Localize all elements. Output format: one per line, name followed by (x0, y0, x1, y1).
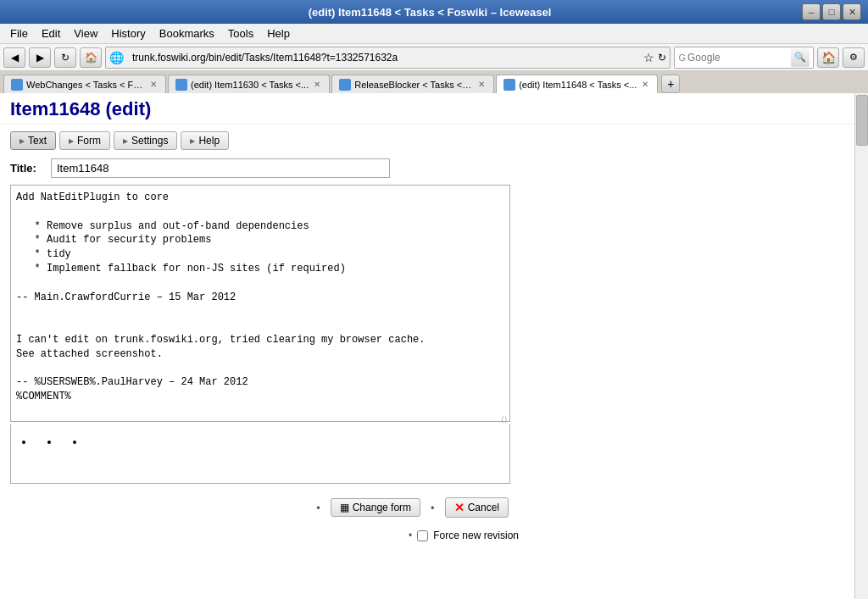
inner-list-item-1 (60, 431, 503, 453)
text-tab-arrow: ▶ (19, 137, 25, 145)
tab-label-0: WebChanges < Tasks < Fos... (26, 80, 145, 90)
search-provider-icon: G (678, 53, 686, 63)
list-items (35, 431, 503, 453)
settings-tab-arrow: ▶ (123, 137, 128, 145)
tab-icon-3 (504, 79, 515, 91)
tab-icon-2 (339, 79, 351, 91)
menu-bookmarks[interactable]: Bookmarks (153, 25, 221, 42)
scrollbar-thumb[interactable] (856, 95, 868, 146)
reload-icon[interactable]: ↻ (658, 52, 666, 64)
page-header: Item11648 (edit) (0, 93, 868, 125)
help-tab-arrow: ▶ (190, 137, 195, 145)
globe-icon: 🌐 (109, 51, 124, 64)
menu-history[interactable]: History (104, 25, 152, 42)
tool-tabs: ▶ Text ▶ Form ▶ Settings ▶ Help (10, 131, 858, 150)
tab-3[interactable]: (edit) Item11648 < Tasks <... ✕ (496, 75, 658, 93)
form-tab-arrow: ▶ (69, 137, 74, 145)
search-button[interactable]: 🔍 (791, 48, 810, 67)
tab-form[interactable]: ▶ Form (59, 131, 110, 150)
home-icon-button[interactable]: 🏠 (817, 47, 839, 68)
tab-text[interactable]: ▶ Text (10, 131, 56, 150)
reload-button[interactable]: ↻ (54, 47, 76, 68)
tab-label-3: (edit) Item11648 < Tasks <... (519, 80, 637, 90)
bottom-bar: • ▦ Change form • ✕ Cancel (10, 491, 519, 524)
extensions-button[interactable]: ⚙ (843, 47, 865, 68)
page-scrollbar[interactable] (854, 93, 868, 599)
change-form-button[interactable]: ▦ Change form (331, 498, 420, 517)
forward-button[interactable]: ▶ (29, 47, 51, 68)
address-bar: ◀ ▶ ↻ 🏠 🌐 ☆ ↻ G 🔍 🏠 ⚙ (0, 44, 868, 71)
tab-close-1[interactable]: ✕ (312, 80, 322, 89)
wiki-text-editor[interactable]: Add NatEditPlugin to core * Remove surpl… (10, 185, 510, 422)
title-input[interactable] (51, 158, 390, 178)
force-revision-label: Force new revision (433, 530, 519, 541)
menu-file[interactable]: File (3, 25, 35, 42)
bullet-force: • (409, 530, 412, 541)
close-button[interactable]: ✕ (843, 3, 861, 20)
menu-bar: File Edit View History Bookmarks Tools H… (0, 24, 868, 44)
inner-inner-list-item (86, 431, 503, 453)
tabs-bar: WebChanges < Tasks < Fos... ✕ (edit) Ite… (0, 71, 868, 93)
page-title: Item11648 (edit) (10, 98, 151, 119)
cancel-icon: ✕ (454, 501, 465, 514)
force-revision-checkbox[interactable] (417, 530, 428, 541)
menu-edit[interactable]: Edit (35, 25, 67, 42)
tab-close-2[interactable]: ✕ (476, 80, 487, 89)
new-tab-button[interactable]: + (661, 75, 680, 93)
force-revision-row: • Force new revision (10, 530, 519, 541)
home-button[interactable]: 🏠 (80, 47, 102, 68)
title-field-row: Title: (10, 158, 858, 178)
editor-list-area: ⤡ (10, 424, 510, 484)
tab-label-2: ReleaseBlocker < Tasks < F... (354, 80, 473, 90)
list-item-1 (35, 431, 503, 453)
tab-label-1: (edit) Item11630 < Tasks <... (191, 80, 309, 90)
change-form-icon: ▦ (340, 502, 349, 513)
page-main: ▶ Text ▶ Form ▶ Settings ▶ Help Title: A… (0, 125, 868, 548)
title-bar: (edit) Item11648 < Tasks < Foswiki – Ice… (0, 0, 868, 24)
inner-inner-list (86, 431, 503, 453)
tab-icon-1 (175, 79, 187, 91)
menu-help[interactable]: Help (260, 25, 297, 42)
bullet-change: • (316, 502, 320, 514)
tab-1[interactable]: (edit) Item11630 < Tasks <... ✕ (168, 75, 330, 93)
help-tab-label: Help (198, 135, 220, 147)
minimize-button[interactable]: – (802, 3, 821, 20)
menu-tools[interactable]: Tools (221, 25, 260, 42)
menu-view[interactable]: View (67, 25, 104, 42)
editor-wrapper: Add NatEditPlugin to core * Remove surpl… (10, 185, 510, 424)
tab-close-3[interactable]: ✕ (640, 80, 650, 89)
maximize-button[interactable]: □ (822, 3, 841, 20)
tab-settings[interactable]: ▶ Settings (114, 131, 177, 150)
star-icon[interactable]: ☆ (643, 51, 654, 64)
page-content: Item11648 (edit) ▶ Text ▶ Form ▶ Setting… (0, 93, 868, 599)
editor-resize-corner[interactable]: ⤡ (493, 503, 504, 513)
change-form-label: Change form (353, 502, 411, 513)
url-input[interactable] (127, 48, 640, 67)
back-button[interactable]: ◀ (3, 47, 25, 68)
title-label: Title: (10, 162, 44, 175)
settings-tab-label: Settings (131, 135, 168, 147)
tab-close-0[interactable]: ✕ (148, 80, 159, 89)
search-input[interactable] (687, 52, 789, 64)
tab-2[interactable]: ReleaseBlocker < Tasks < F... ✕ (331, 75, 494, 93)
inner-list (60, 431, 503, 453)
form-tab-label: Form (77, 135, 101, 147)
text-tab-label: Text (28, 135, 47, 147)
window-title: (edit) Item11648 < Tasks < Foswiki – Ice… (58, 6, 802, 19)
bullet-cancel: • (431, 502, 435, 514)
tab-0[interactable]: WebChanges < Tasks < Fos... ✕ (3, 75, 166, 93)
resize-handle[interactable]: ⟨⟩ (501, 415, 509, 424)
tab-icon-0 (11, 79, 23, 91)
tab-help[interactable]: ▶ Help (181, 131, 229, 150)
